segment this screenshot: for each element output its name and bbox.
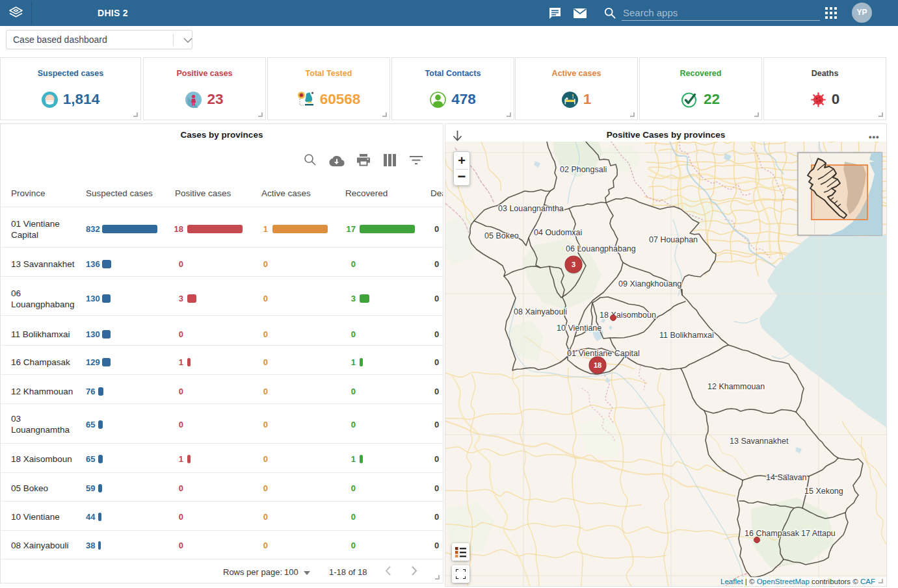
svg-text:03 Louangnamtha: 03 Louangnamtha bbox=[498, 204, 564, 213]
svg-text:06 Louangphabang: 06 Louangphabang bbox=[566, 244, 636, 253]
svg-text:18 Xaisomboun: 18 Xaisomboun bbox=[600, 311, 656, 320]
svg-text:02 Phongsali: 02 Phongsali bbox=[560, 165, 607, 174]
svg-text:18: 18 bbox=[594, 361, 601, 369]
svg-text:16 Champasak: 16 Champasak bbox=[745, 529, 800, 538]
svg-text:01 Vientiane Capital: 01 Vientiane Capital bbox=[567, 349, 640, 358]
svg-text:17 Attapu: 17 Attapu bbox=[801, 529, 836, 538]
svg-text:3: 3 bbox=[572, 261, 575, 268]
svg-text:05 Bokeo: 05 Bokeo bbox=[484, 231, 519, 240]
svg-text:13 Savannakhet: 13 Savannakhet bbox=[730, 437, 789, 446]
svg-text:12 Khammouan: 12 Khammouan bbox=[707, 382, 765, 391]
svg-text:11 Bolikhamxai: 11 Bolikhamxai bbox=[659, 331, 714, 340]
svg-text:07 Houaphan: 07 Houaphan bbox=[649, 235, 698, 244]
svg-text:Leaflet | © OpenStreetMap cont: Leaflet | © OpenStreetMap contributors ©… bbox=[720, 578, 875, 585]
svg-text:15 Xekong: 15 Xekong bbox=[804, 487, 843, 496]
svg-text:04 Oudomxai: 04 Oudomxai bbox=[534, 228, 582, 237]
svg-text:08 Xainyabouli: 08 Xainyabouli bbox=[514, 307, 567, 316]
svg-text:14 Salavan: 14 Salavan bbox=[766, 473, 807, 482]
svg-text:09 Xiangkhouang: 09 Xiangkhouang bbox=[618, 279, 681, 288]
svg-text:10 Vientiane: 10 Vientiane bbox=[557, 324, 601, 333]
